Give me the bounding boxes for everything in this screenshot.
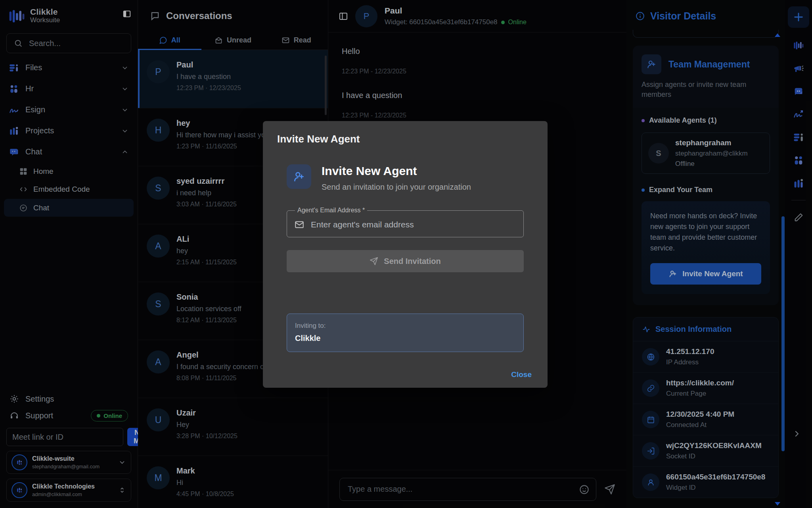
invite-agent-modal: Invite New Agent Invite New Agent Send a… [263,121,548,388]
modal-title: Invite New Agent [277,121,524,145]
modal-backdrop[interactable]: Invite New Agent Invite New Agent Send a… [0,0,812,508]
inviting-org-name: Clikkle [295,334,515,343]
modal-subheading: Send an invitation to join your organiza… [322,183,471,192]
user-plus-icon [287,164,311,189]
modal-heading: Invite New Agent [322,164,471,178]
inviting-to-box: Inviting to: Clikkle [287,314,524,352]
close-button[interactable]: Close [511,370,532,379]
mail-icon [294,219,304,230]
agent-email-placeholder: Enter agent's email address [311,220,414,229]
inviting-to-label: Inviting to: [295,322,515,330]
send-icon [370,257,378,266]
agent-email-field[interactable]: Agent's Email Address * Enter agent's em… [287,207,524,237]
send-invitation-button[interactable]: Send Invitation [287,250,524,272]
agent-email-label: Agent's Email Address * [295,207,367,214]
